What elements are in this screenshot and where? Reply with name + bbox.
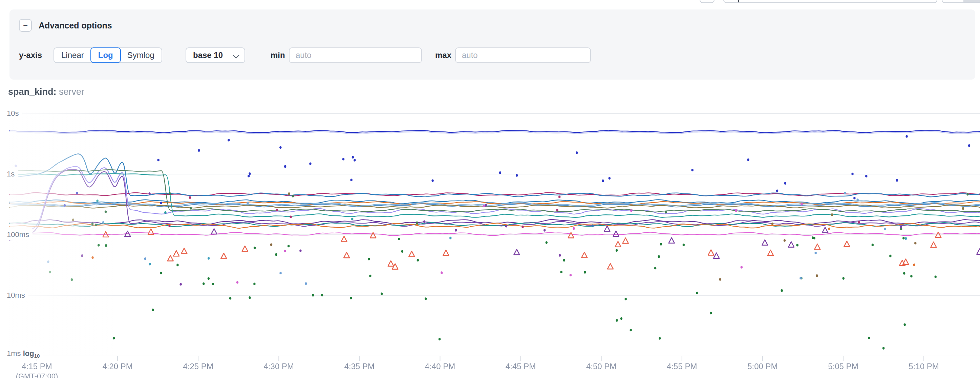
- x-axis-label: 4:25 PM: [183, 362, 213, 371]
- y-axis-scale-label: 1ms log10: [7, 348, 43, 359]
- x-axis-label: 5:05 PM: [828, 362, 858, 371]
- x-axis-label: 4:30 PM: [264, 362, 294, 371]
- x-axis-label: 4:20 PM: [102, 362, 132, 371]
- min-label: min: [270, 48, 285, 63]
- chevron-down-icon: [233, 52, 239, 59]
- x-axis-label: 5:10 PM: [908, 362, 939, 371]
- timezone-note: (GMT-07:00): [16, 372, 58, 378]
- scale-symlog-button[interactable]: Symlog: [120, 48, 162, 62]
- y-axis-label: y-axis: [19, 48, 42, 63]
- scale-log-button[interactable]: Log: [91, 48, 121, 63]
- x-axis-label: 4:40 PM: [425, 362, 455, 371]
- log-base-select[interactable]: base 10: [186, 48, 245, 63]
- x-axis-label: 4:15 PM: [22, 362, 52, 371]
- x-axis-label: 4:45 PM: [506, 362, 536, 371]
- y-axis-label: 10ms: [7, 290, 29, 301]
- x-axis-label: 4:50 PM: [586, 362, 616, 371]
- panel-title: Advanced options: [38, 21, 112, 30]
- group-value: server: [59, 87, 84, 97]
- scale-linear-button[interactable]: Linear: [54, 48, 91, 62]
- x-axis-label: 4:55 PM: [667, 362, 697, 371]
- y-min-input[interactable]: [289, 48, 422, 63]
- query-builder-page: − Advanced options y-axis Linear Log Sym…: [0, 0, 980, 378]
- y-axis-scale-button-group: Linear Log Symlog: [54, 48, 162, 63]
- y-axis-label: 100ms: [7, 229, 32, 240]
- y-max-input[interactable]: [455, 48, 591, 63]
- y-axis-label: 1s: [7, 169, 18, 180]
- minus-icon: −: [23, 21, 28, 30]
- y-axis-label: 10s: [7, 108, 22, 119]
- x-axis-label: 4:35 PM: [344, 362, 374, 371]
- log-base-value: base 10: [193, 51, 223, 60]
- max-label: max: [435, 48, 452, 63]
- group-key: span_kind:: [8, 87, 57, 97]
- collapse-panel-button[interactable]: −: [19, 19, 32, 32]
- x-axis-label: 5:00 PM: [747, 362, 778, 371]
- advanced-options-panel: − Advanced options y-axis Linear Log Sym…: [10, 10, 975, 80]
- chart-group-title: span_kind: server: [8, 87, 84, 97]
